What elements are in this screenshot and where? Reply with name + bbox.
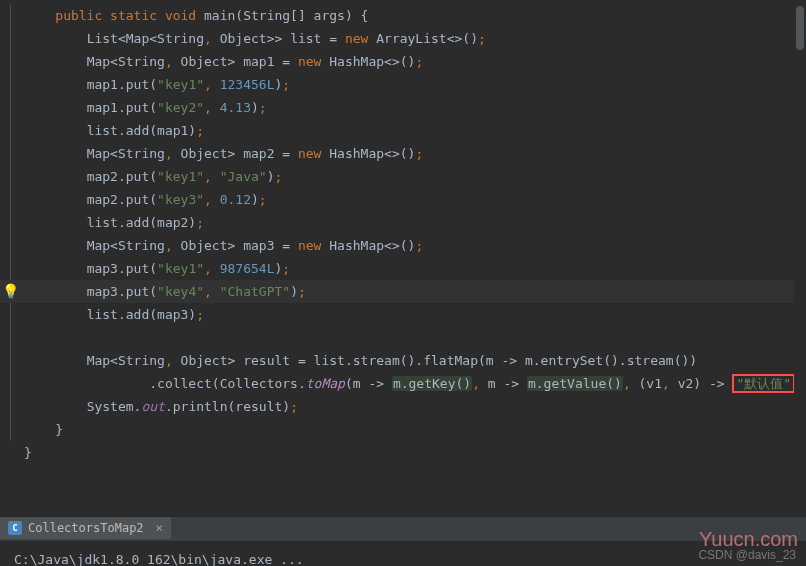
run-tool-window-tabs: C CollectorsToMap2 × — [0, 516, 806, 542]
tab-label: CollectorsToMap2 — [28, 521, 144, 535]
intention-bulb-icon[interactable]: 💡 — [2, 280, 19, 303]
code-editor[interactable]: public static void main(String[] args) {… — [0, 0, 806, 468]
tab-run-config[interactable]: C CollectorsToMap2 × — [0, 517, 171, 541]
attribution-text: CSDN @davis_23 — [698, 548, 796, 562]
highlight-box-default-value: "默认值" — [732, 374, 795, 393]
close-icon[interactable]: × — [156, 521, 163, 535]
vertical-scrollbar[interactable] — [794, 0, 806, 490]
console-output[interactable]: C:\Java\jdk1.8.0_162\bin\java.exe ... {k… — [0, 542, 806, 566]
class-icon: C — [8, 521, 22, 535]
scrollbar-thumb[interactable] — [796, 6, 804, 50]
current-line[interactable]: 💡 map3.put("key4", "ChatGPT"); — [0, 280, 806, 303]
console-command: C:\Java\jdk1.8.0_162\bin\java.exe ... — [14, 548, 792, 566]
